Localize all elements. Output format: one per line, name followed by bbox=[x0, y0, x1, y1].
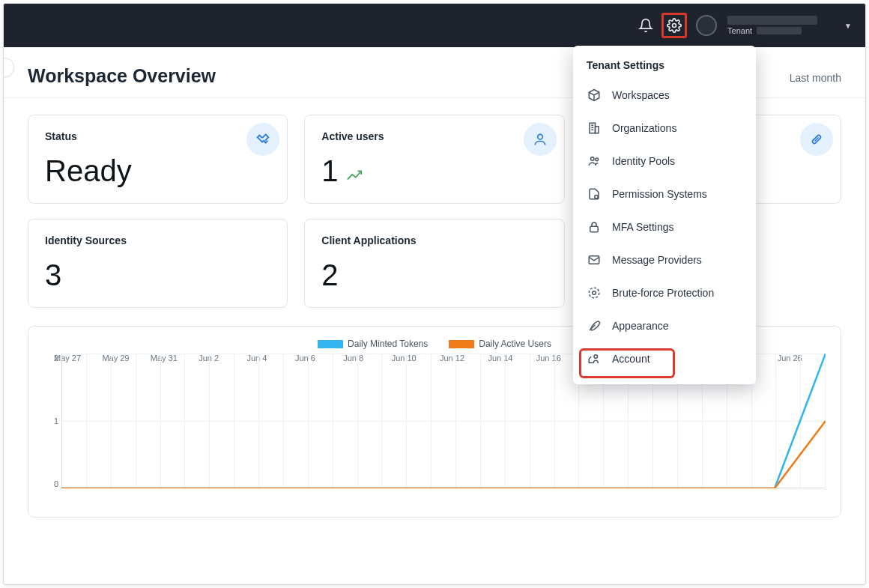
menu-workspaces[interactable]: Workspaces bbox=[573, 79, 756, 112]
menu-label: Account bbox=[612, 353, 650, 365]
menu-label: Workspaces bbox=[612, 89, 670, 101]
menu-account[interactable]: Account bbox=[573, 342, 756, 375]
tenant-sub-redacted bbox=[757, 27, 802, 34]
legend-label: Daily Active Users bbox=[479, 339, 551, 349]
trend-up-icon bbox=[346, 154, 363, 188]
ytick: 1 bbox=[43, 416, 58, 425]
menu-mfa-settings[interactable]: MFA Settings bbox=[573, 210, 756, 243]
tenant-name-redacted bbox=[727, 16, 817, 25]
value-text: 1 bbox=[321, 154, 338, 188]
tenant-settings-dropdown: Tenant Settings Workspaces Organizations… bbox=[573, 46, 756, 384]
document-icon bbox=[587, 187, 602, 201]
menu-label: MFA Settings bbox=[612, 221, 673, 233]
tenant-switcher[interactable]: Tenant bbox=[727, 16, 817, 35]
svg-rect-7 bbox=[596, 127, 599, 133]
card-label: Client Applications bbox=[321, 234, 547, 246]
menu-label: Organizations bbox=[612, 122, 676, 134]
ytick: 0 bbox=[43, 479, 58, 488]
menu-organizations[interactable]: Organizations bbox=[573, 112, 756, 145]
users-icon bbox=[587, 154, 602, 169]
menu-label: Appearance bbox=[612, 320, 669, 332]
card-value: 2 bbox=[321, 258, 547, 292]
account-icon bbox=[587, 351, 602, 366]
settings-gear-highlight bbox=[661, 13, 687, 38]
menu-permission-systems[interactable]: Permission Systems bbox=[573, 178, 756, 210]
svg-rect-14 bbox=[590, 226, 599, 232]
menu-label: Identity Pools bbox=[612, 155, 675, 167]
lock-icon bbox=[587, 219, 602, 234]
bell-icon[interactable] bbox=[635, 14, 657, 37]
swatch-blue bbox=[318, 340, 343, 348]
menu-identity-pools[interactable]: Identity Pools bbox=[573, 145, 756, 178]
ytick: 2 bbox=[43, 354, 58, 363]
svg-point-17 bbox=[593, 291, 596, 295]
card-value: 3 bbox=[45, 258, 270, 292]
page-title: Workspace Overview bbox=[28, 65, 216, 87]
dropdown-title: Tenant Settings bbox=[573, 49, 756, 79]
user-icon bbox=[524, 123, 557, 156]
card-status: Status Ready bbox=[28, 115, 288, 204]
menu-label: Brute-force Protection bbox=[612, 287, 714, 299]
svg-point-11 bbox=[591, 157, 595, 161]
feather-icon bbox=[587, 318, 602, 333]
period-selector[interactable]: Last month bbox=[790, 69, 841, 87]
mail-icon bbox=[587, 252, 602, 267]
tenant-prefix: Tenant bbox=[727, 26, 752, 35]
svg-point-1 bbox=[537, 134, 542, 139]
pill-icon bbox=[800, 123, 833, 156]
handshake-icon bbox=[246, 123, 279, 156]
swatch-orange bbox=[449, 340, 474, 348]
svg-point-12 bbox=[596, 158, 599, 161]
menu-message-providers[interactable]: Message Providers bbox=[573, 243, 756, 276]
gear-icon[interactable] bbox=[665, 16, 683, 34]
svg-point-19 bbox=[594, 355, 598, 359]
svg-point-16 bbox=[589, 288, 599, 298]
card-value: Ready bbox=[45, 154, 270, 188]
avatar[interactable] bbox=[696, 15, 717, 36]
menu-label: Permission Systems bbox=[612, 188, 707, 200]
legend-item: Daily Active Users bbox=[449, 339, 551, 349]
card-active-users: Active users 1 bbox=[304, 115, 564, 204]
legend-label: Daily Minted Tokens bbox=[348, 339, 428, 349]
topbar: Tenant ▼ bbox=[4, 4, 865, 47]
card-label: Identity Sources bbox=[45, 234, 270, 246]
menu-label: Message Providers bbox=[612, 254, 702, 266]
legend-item: Daily Minted Tokens bbox=[318, 339, 428, 349]
svg-point-0 bbox=[673, 24, 676, 28]
card-client-applications: Client Applications 2 bbox=[304, 219, 564, 308]
menu-appearance[interactable]: Appearance bbox=[573, 309, 756, 342]
card-identity-sources: Identity Sources 3 bbox=[28, 219, 288, 308]
card-label: Active users bbox=[321, 130, 547, 142]
shield-icon bbox=[587, 285, 602, 300]
menu-brute-force[interactable]: Brute-force Protection bbox=[573, 276, 756, 309]
building-icon bbox=[587, 121, 602, 136]
card-label: Status bbox=[45, 130, 270, 142]
svg-point-13 bbox=[595, 196, 599, 199]
cube-icon bbox=[587, 88, 602, 103]
chevron-down-icon[interactable]: ▼ bbox=[844, 22, 852, 30]
card-value: 1 bbox=[321, 154, 547, 188]
